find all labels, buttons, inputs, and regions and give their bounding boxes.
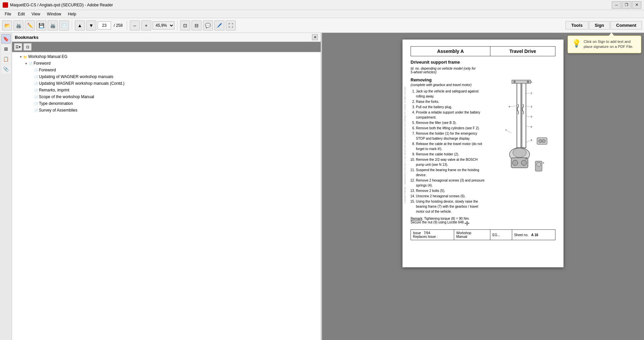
svg-line-23 — [526, 116, 530, 117]
svg-point-28 — [539, 139, 542, 143]
zoom-select[interactable]: 45,9% — [153, 21, 174, 29]
next-page-button[interactable]: ▼ — [86, 20, 96, 30]
instructions-list: Jack up the vehicle and safeguard agains… — [411, 89, 486, 214]
bookmark-item-type[interactable]: 📄 Type denomination — [12, 100, 321, 107]
footer-issue-label: Issue — [413, 231, 421, 235]
open-button[interactable]: 📂 — [2, 20, 12, 30]
menu-help[interactable]: Help — [65, 11, 80, 17]
sign-tooltip-arrow — [609, 33, 614, 36]
footer-sheet: Sheet no. A 16 — [512, 230, 555, 240]
bookmark-options-button[interactable]: ☰▾ — [14, 43, 22, 51]
bookmark-arrow — [30, 81, 34, 86]
bookmark-page-icon: 📄 — [34, 94, 38, 100]
menu-edit[interactable]: Edit — [14, 11, 28, 17]
sign-button[interactable]: Sign — [589, 21, 610, 29]
email-button[interactable]: ✉️ — [59, 20, 69, 30]
step-10: Remove the 2/2-way valve at the BOSCH pu… — [416, 157, 486, 167]
bookmark-item-updating-contd[interactable]: 📄 Updating WAGNER workshop manuals (Cont… — [12, 80, 321, 87]
remark-text: : Tightening torque (8) = 90 Nm. — [422, 217, 470, 220]
bookmark-close-button[interactable]: ✕ — [312, 34, 318, 40]
svg-text:3: 3 — [531, 105, 532, 108]
app-icon — [3, 2, 8, 8]
svg-point-31 — [537, 162, 541, 166]
comment-bubble-button[interactable]: 💬 — [203, 20, 213, 30]
page-footer-table: Issue 7/94 Replaces Issue : WorkshopManu… — [411, 229, 555, 240]
toolbar-right: Tools Sign Comment — [566, 21, 642, 29]
bookmark-label: Type denomination — [39, 101, 319, 107]
bookmark-arrow — [30, 88, 34, 93]
svg-text:7: 7 — [505, 129, 507, 132]
maximize-button[interactable]: ❐ — [622, 1, 631, 9]
step-6: Remove both the lifting cylinders (see F… — [416, 126, 486, 131]
step-8: Release the cable at the travel motor (d… — [416, 141, 486, 151]
bookmark-arrow — [30, 94, 34, 100]
layers-icon-btn[interactable]: ⊞ — [1, 44, 11, 54]
bookmark-panel: Bookmarks ✕ ☰▾ ⊡ ▼ 📁 Workshop Manual EG … — [12, 33, 321, 340]
save-button[interactable]: 💾 — [36, 20, 46, 30]
print-button[interactable]: 🖨️ — [13, 20, 23, 30]
bookmark-label: Workshop Manual EG — [28, 54, 319, 60]
remark-line: Remark: Tightening torque (8) = 90 Nm. — [411, 217, 486, 220]
page-header-table: Assembly A Travel Drive — [411, 46, 555, 56]
bookmark-page-icon: 📄 — [34, 81, 38, 86]
svg-line-22 — [509, 106, 517, 107]
svg-point-3 — [514, 81, 516, 83]
print2-button[interactable]: 🖨️ — [48, 20, 58, 30]
bookmark-arrow: ▼ — [24, 61, 28, 66]
svg-text:1: 1 — [531, 80, 532, 83]
bookmark-item-scope[interactable]: 📄 Scope of the workshop Manual — [12, 94, 321, 100]
page-input[interactable]: 23 — [98, 21, 111, 29]
bookmark-item-survey[interactable]: 📄 Survey of Assemblies — [12, 107, 321, 114]
bookmark-header: Bookmarks ✕ — [12, 33, 321, 42]
comment-button[interactable]: Comment — [610, 21, 642, 29]
bookmark-page-icon: 📄 — [34, 74, 38, 80]
zoom-out-button[interactable]: – — [130, 20, 140, 30]
bookmark-item-remarks[interactable]: 📄 Remarks, imprint — [12, 87, 321, 94]
title-bar: MaquetEG-CS / Anglais.qxd (SECURED) - Ad… — [0, 0, 644, 10]
bookmark-panel-title: Bookmarks — [15, 35, 39, 40]
bookmark-label: Updating WAGNER workshop manuals (Contd.… — [39, 81, 319, 86]
bookmark-expand-button[interactable]: ⊡ — [23, 43, 32, 51]
pdf-illustration-column: 1 2 3 4 5 6 7 8 9 — [488, 77, 555, 224]
close-button[interactable]: ✕ — [632, 1, 641, 9]
menu-window[interactable]: Window — [44, 11, 65, 17]
bookmark-item-updating[interactable]: 📄 Updating of WAGNER workshop manuals — [12, 74, 321, 80]
bookmark-label: Updating of WAGNER workshop manuals — [39, 74, 319, 80]
bookmark-page-icon: 📄 — [34, 88, 38, 93]
attachments-icon-btn[interactable]: 📎 — [1, 64, 11, 74]
svg-text:8: 8 — [531, 139, 532, 142]
toolbar-separator-2 — [127, 21, 127, 30]
fullscreen-button[interactable]: ⛶ — [226, 20, 236, 30]
edit-button[interactable]: ✏️ — [25, 20, 35, 30]
header-right: Travel Drive — [490, 47, 555, 56]
bookmark-item-root[interactable]: ▼ 📁 Workshop Manual EG — [12, 54, 321, 60]
bookmark-label: Foreword — [34, 61, 319, 66]
prev-page-button[interactable]: ▲ — [75, 20, 85, 30]
zoom-in-button[interactable]: + — [141, 20, 151, 30]
fit-width-button[interactable]: ⊟ — [192, 20, 202, 30]
markup-button[interactable]: 🖊️ — [214, 20, 224, 30]
step-1: Jack up the vehicle and safeguard agains… — [416, 89, 486, 99]
bookmarks-icon-btn[interactable]: 🔖 — [1, 34, 11, 44]
footer-replaces-label: Replaces Issue : — [413, 235, 438, 239]
section-title: Removing — [411, 77, 486, 82]
svg-point-14 — [513, 148, 526, 157]
step-9: Remove the cable holder (2). — [416, 152, 486, 157]
toolbar-separator-3 — [177, 21, 177, 30]
side-icon-bar: 🔖 ⊞ 📋 📎 — [0, 33, 12, 340]
tools-button[interactable]: Tools — [566, 21, 588, 29]
pdf-viewer[interactable]: Copyright Palfinger - Reproduction of th… — [322, 33, 644, 340]
bookmark-doc-icon: 📄 — [28, 61, 33, 66]
bookmark-tree: ▼ 📁 Workshop Manual EG ▼ 📄 Foreword 📄 Fo… — [12, 52, 321, 340]
sign-tooltip: 💡 Click on Sign to add text and place si… — [568, 36, 641, 53]
bookmark-item-foreword[interactable]: 📄 Foreword — [12, 67, 321, 74]
fit-page-button[interactable]: ⊡ — [180, 20, 190, 30]
minimize-button[interactable]: ─ — [612, 1, 621, 9]
menu-view[interactable]: View — [28, 11, 44, 17]
pages-icon-btn[interactable]: 📋 — [1, 54, 11, 64]
menu-file[interactable]: File — [1, 11, 14, 17]
svg-line-26 — [526, 140, 530, 143]
bookmark-item-foreword-group[interactable]: ▼ 📄 Foreword — [12, 60, 321, 67]
toolbar-separator-1 — [72, 21, 72, 30]
sign-tooltip-text: Click on Sign to add text and place sign… — [584, 39, 637, 50]
